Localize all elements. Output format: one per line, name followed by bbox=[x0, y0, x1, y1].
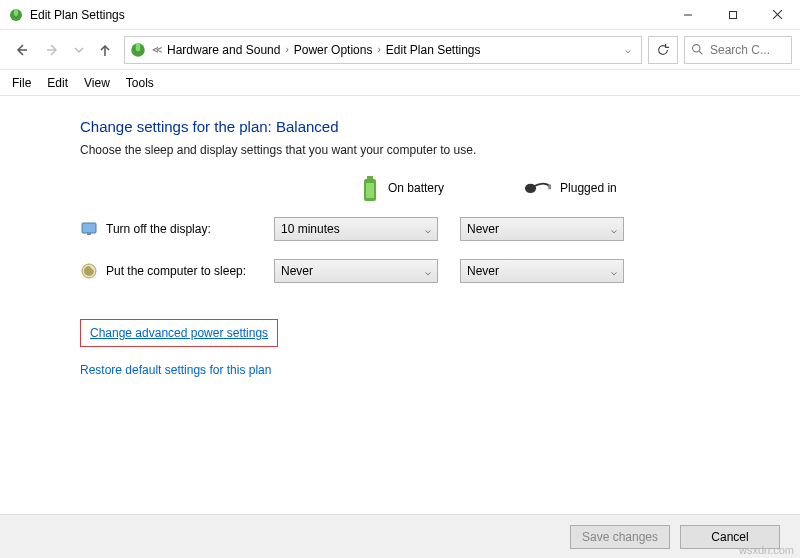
display-icon bbox=[80, 220, 98, 238]
save-changes-button[interactable]: Save changes bbox=[570, 525, 670, 549]
svg-line-12 bbox=[699, 51, 702, 54]
display-plugged-in-select[interactable]: Never ⌵ bbox=[460, 217, 624, 241]
chevron-right-icon: › bbox=[282, 44, 291, 55]
maximize-button[interactable] bbox=[710, 0, 755, 29]
svg-rect-18 bbox=[82, 223, 96, 233]
chevron-right-icon: › bbox=[374, 44, 383, 55]
footer-bar: Save changes Cancel bbox=[0, 514, 800, 558]
watermark: wsxdn.com bbox=[739, 544, 794, 556]
svg-rect-10 bbox=[136, 43, 141, 51]
menu-file[interactable]: File bbox=[12, 76, 31, 90]
power-options-icon bbox=[8, 7, 24, 23]
chevron-down-icon: ⌵ bbox=[425, 266, 431, 277]
change-advanced-link[interactable]: Change advanced power settings bbox=[87, 324, 271, 342]
highlighted-link-box: Change advanced power settings bbox=[80, 319, 278, 347]
title-bar: Edit Plan Settings bbox=[0, 0, 800, 30]
menu-edit[interactable]: Edit bbox=[47, 76, 68, 90]
plug-icon bbox=[524, 179, 552, 197]
display-on-battery-select[interactable]: 10 minutes ⌵ bbox=[274, 217, 438, 241]
breadcrumb[interactable]: ≪ Hardware and Sound › Power Options › E… bbox=[124, 36, 642, 64]
content-area: Change settings for the plan: Balanced C… bbox=[0, 96, 800, 514]
battery-icon bbox=[360, 175, 380, 201]
row-sleep-label: Put the computer to sleep: bbox=[106, 264, 274, 278]
svg-rect-3 bbox=[729, 11, 736, 18]
chevron-down-icon: ⌵ bbox=[611, 224, 617, 235]
column-plugged-in-label: Plugged in bbox=[560, 181, 617, 195]
breadcrumb-power-options[interactable]: Power Options bbox=[294, 43, 373, 57]
page-subtitle: Choose the sleep and display settings th… bbox=[80, 143, 790, 157]
column-on-battery: On battery bbox=[360, 175, 444, 201]
svg-rect-15 bbox=[366, 183, 374, 198]
svg-rect-19 bbox=[87, 233, 91, 235]
close-button[interactable] bbox=[755, 0, 800, 29]
column-plugged-in: Plugged in bbox=[524, 179, 617, 197]
address-bar: ≪ Hardware and Sound › Power Options › E… bbox=[0, 30, 800, 70]
page-title: Change settings for the plan: Balanced bbox=[80, 118, 790, 135]
chevron-down-icon[interactable]: ⌵ bbox=[619, 44, 637, 55]
menu-tools[interactable]: Tools bbox=[126, 76, 154, 90]
svg-point-11 bbox=[693, 45, 700, 52]
chevron-left-icon: ≪ bbox=[149, 44, 165, 55]
breadcrumb-hardware[interactable]: Hardware and Sound bbox=[167, 43, 280, 57]
svg-rect-13 bbox=[367, 176, 373, 179]
menu-bar: File Edit View Tools bbox=[0, 70, 800, 96]
power-options-icon bbox=[129, 41, 147, 59]
forward-button[interactable] bbox=[40, 37, 66, 63]
search-icon bbox=[691, 43, 704, 56]
row-turn-off-display: Turn off the display: 10 minutes ⌵ Never… bbox=[80, 217, 790, 241]
breadcrumb-edit-plan[interactable]: Edit Plan Settings bbox=[386, 43, 481, 57]
svg-rect-17 bbox=[548, 185, 551, 190]
chevron-down-icon: ⌵ bbox=[425, 224, 431, 235]
refresh-button[interactable] bbox=[648, 36, 678, 64]
up-button[interactable] bbox=[92, 37, 118, 63]
column-on-battery-label: On battery bbox=[388, 181, 444, 195]
back-button[interactable] bbox=[8, 37, 34, 63]
sleep-on-battery-select[interactable]: Never ⌵ bbox=[274, 259, 438, 283]
svg-rect-1 bbox=[14, 9, 18, 16]
chevron-down-icon: ⌵ bbox=[611, 266, 617, 277]
minimize-button[interactable] bbox=[665, 0, 710, 29]
window-title: Edit Plan Settings bbox=[30, 8, 665, 22]
recent-locations-button[interactable] bbox=[72, 37, 86, 63]
search-input[interactable]: Search C... bbox=[684, 36, 792, 64]
search-placeholder: Search C... bbox=[710, 43, 770, 57]
menu-view[interactable]: View bbox=[84, 76, 110, 90]
sleep-plugged-in-select[interactable]: Never ⌵ bbox=[460, 259, 624, 283]
restore-defaults-link[interactable]: Restore default settings for this plan bbox=[80, 363, 271, 377]
sleep-icon bbox=[80, 262, 98, 280]
row-sleep: Put the computer to sleep: Never ⌵ Never… bbox=[80, 259, 790, 283]
row-display-label: Turn off the display: bbox=[106, 222, 274, 236]
